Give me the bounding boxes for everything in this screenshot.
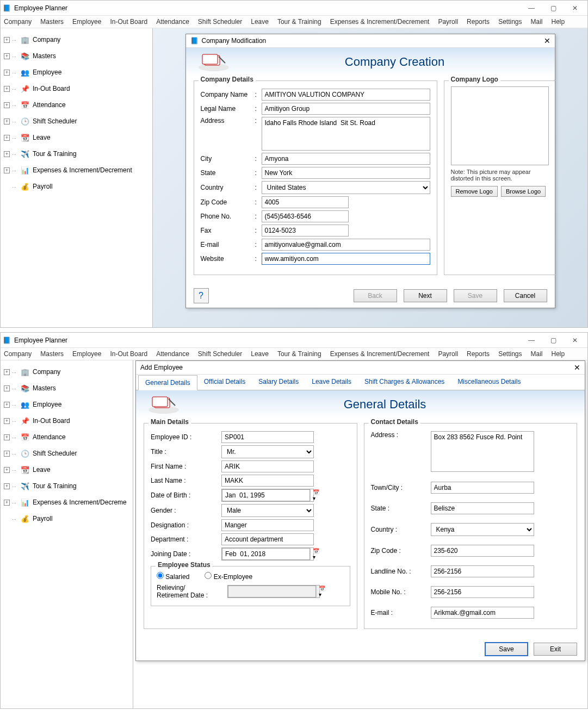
input-department[interactable] — [221, 533, 314, 545]
menu-in-out-board[interactable]: In-Out Board — [110, 350, 147, 358]
menu-mail[interactable]: Mail — [530, 18, 542, 26]
menu-company[interactable]: Company — [4, 350, 32, 358]
tree-item-company[interactable]: +🏢Company — [3, 32, 150, 48]
input-contact-state[interactable] — [431, 502, 534, 514]
menu-shift-scheduler[interactable]: Shift Scheduler — [198, 18, 242, 26]
save-button[interactable]: Save — [485, 642, 528, 656]
expand-icon[interactable]: + — [4, 53, 10, 59]
tree-item-shift-scheduler[interactable]: +🕒Shift Scheduler — [3, 445, 131, 462]
select-title[interactable]: Mr. — [221, 445, 314, 458]
close-button[interactable]: ✕ — [565, 334, 585, 346]
expand-icon[interactable]: + — [4, 500, 10, 506]
back-button[interactable]: Back — [354, 289, 397, 302]
input-landline[interactable] — [431, 565, 534, 577]
tree-item-company[interactable]: +🏢Company — [3, 364, 131, 380]
datepicker-joindate[interactable]: 📅▾ — [221, 547, 314, 561]
menu-settings[interactable]: Settings — [498, 350, 522, 358]
menu-mail[interactable]: Mail — [530, 350, 542, 358]
minimize-button[interactable]: — — [521, 334, 542, 346]
dialog-close-button[interactable]: ✕ — [574, 363, 580, 372]
menu-attendance[interactable]: Attendance — [156, 18, 189, 26]
exit-button[interactable]: Exit — [534, 643, 577, 656]
input-legal-name[interactable] — [262, 103, 430, 115]
menu-payroll[interactable]: Payroll — [438, 18, 458, 26]
input-contact-email[interactable] — [431, 607, 534, 619]
tree-item-leave[interactable]: +📆Leave — [3, 462, 131, 478]
calendar-icon[interactable]: 📅▾ — [310, 489, 321, 501]
close-button[interactable]: ✕ — [565, 2, 585, 14]
radio-ex-employee[interactable]: Ex-Employee — [205, 572, 252, 581]
maximize-button[interactable]: ▢ — [543, 2, 564, 14]
tree-item-leave[interactable]: +📆Leave — [3, 129, 150, 146]
menu-tour-training[interactable]: Tour & Training — [277, 350, 321, 358]
remove-logo-button[interactable]: Remove Logo — [451, 186, 498, 197]
menu-in-out-board[interactable]: In-Out Board — [110, 18, 147, 26]
expand-icon[interactable]: + — [4, 102, 10, 108]
tab-miscellaneous-details[interactable]: Miscellaneous Details — [451, 375, 527, 390]
expand-icon[interactable]: + — [4, 369, 10, 375]
tree-item-masters[interactable]: +📚Masters — [3, 48, 150, 64]
tree-item-payroll[interactable]: +💰Payroll — [3, 510, 131, 527]
menu-masters[interactable]: Masters — [40, 350, 64, 358]
tree-item-in-out-board[interactable]: +📌In-Out Board — [3, 413, 131, 429]
tree-item-expenses-increment-decrement[interactable]: +📊Expenses & Increment/Decreme — [3, 494, 131, 510]
tree-item-in-out-board[interactable]: +📌In-Out Board — [3, 80, 150, 97]
menu-reports[interactable]: Reports — [467, 350, 490, 358]
menu-reports[interactable]: Reports — [467, 18, 490, 26]
cancel-button[interactable]: Cancel — [504, 289, 547, 302]
input-address[interactable]: Idaho Falls Rhode Island Sit St. Road — [262, 117, 430, 151]
menu-masters[interactable]: Masters — [40, 18, 64, 26]
input-designation[interactable] — [221, 519, 314, 531]
input-mobile[interactable] — [431, 586, 534, 598]
input-city[interactable] — [262, 153, 430, 165]
menu-employee[interactable]: Employee — [72, 18, 101, 26]
select-gender[interactable]: Male — [221, 504, 314, 517]
tab-leave-details[interactable]: Leave Details — [305, 375, 358, 390]
expand-icon[interactable]: + — [4, 167, 10, 173]
input-empid[interactable] — [221, 431, 314, 443]
tree-item-attendance[interactable]: +📅Attendance — [3, 429, 131, 445]
menu-tour-training[interactable]: Tour & Training — [277, 18, 321, 26]
select-contact-country[interactable]: Kenya — [431, 523, 534, 536]
input-contact-zip[interactable] — [431, 545, 534, 557]
tree-item-shift-scheduler[interactable]: +🕒Shift Scheduler — [3, 113, 150, 129]
tree-item-employee[interactable]: +👥Employee — [3, 64, 150, 80]
calendar-icon[interactable]: 📅▾ — [310, 548, 321, 560]
tree-item-tour-training[interactable]: +✈️Tour & Training — [3, 146, 150, 162]
datepicker-dob[interactable]: 📅▾ — [221, 489, 314, 502]
select-country[interactable]: United States — [262, 181, 430, 194]
menu-help[interactable]: Help — [552, 18, 565, 26]
menu-company[interactable]: Company — [4, 18, 32, 26]
expand-icon[interactable]: + — [4, 135, 10, 141]
expand-icon[interactable]: + — [4, 418, 10, 424]
tab-shift-charges-allowances[interactable]: Shift Charges & Allowances — [358, 375, 451, 390]
browse-logo-button[interactable]: Browse Logo — [501, 186, 546, 197]
maximize-button[interactable]: ▢ — [543, 334, 564, 346]
expand-icon[interactable]: + — [4, 402, 10, 408]
expand-icon[interactable]: + — [4, 151, 10, 157]
expand-icon[interactable]: + — [4, 70, 10, 76]
input-fax[interactable] — [262, 225, 349, 236]
dialog-close-button[interactable]: ✕ — [544, 36, 550, 45]
expand-icon[interactable]: + — [4, 37, 10, 43]
input-email[interactable] — [262, 239, 430, 251]
save-button[interactable]: Save — [454, 289, 497, 302]
menu-settings[interactable]: Settings — [498, 18, 522, 26]
input-phone[interactable] — [262, 210, 349, 222]
menu-expenses-increment-decrement[interactable]: Expenses & Increment/Decrement — [330, 350, 430, 358]
next-button[interactable]: Next — [404, 289, 447, 302]
menu-expenses-increment-decrement[interactable]: Expenses & Increment/Decrement — [330, 18, 430, 26]
menu-leave[interactable]: Leave — [251, 350, 269, 358]
menu-leave[interactable]: Leave — [251, 18, 269, 26]
input-town[interactable] — [431, 482, 534, 494]
input-lastname[interactable] — [221, 475, 314, 487]
tree-item-payroll[interactable]: +💰Payroll — [3, 178, 150, 195]
tab-official-details[interactable]: Official Details — [197, 375, 252, 390]
minimize-button[interactable]: — — [521, 2, 542, 14]
menu-shift-scheduler[interactable]: Shift Scheduler — [198, 350, 242, 358]
input-website[interactable] — [262, 253, 430, 265]
tree-item-expenses-increment-decrement[interactable]: +📊Expenses & Increment/Decrement — [3, 162, 150, 178]
expand-icon[interactable]: + — [4, 385, 10, 391]
expand-icon[interactable]: + — [4, 451, 10, 457]
menu-help[interactable]: Help — [552, 350, 565, 358]
